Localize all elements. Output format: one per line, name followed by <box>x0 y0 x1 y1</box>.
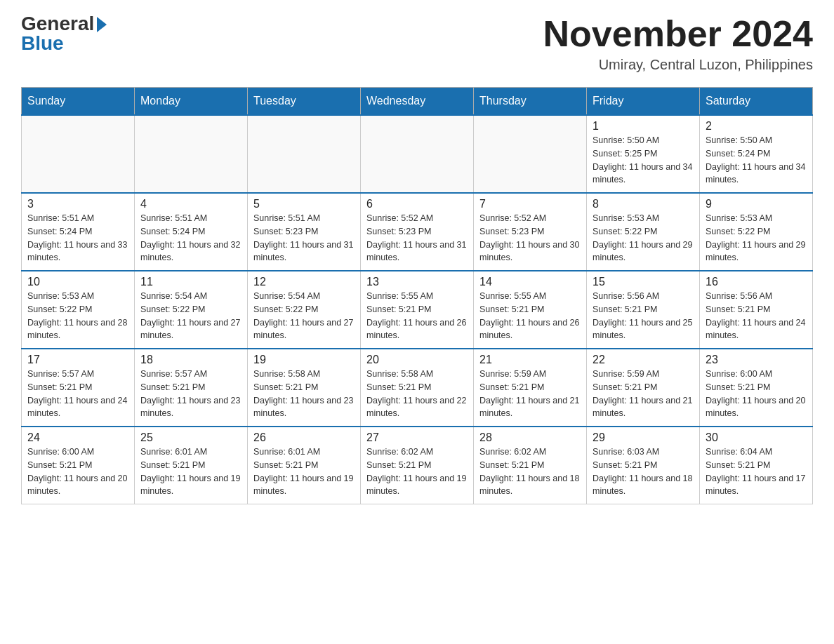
calendar-week-row: 3Sunrise: 5:51 AM Sunset: 5:24 PM Daylig… <box>22 193 813 271</box>
calendar-cell: 18Sunrise: 5:57 AM Sunset: 5:21 PM Dayli… <box>135 349 248 427</box>
calendar-cell: 25Sunrise: 6:01 AM Sunset: 5:21 PM Dayli… <box>135 427 248 504</box>
calendar-cell: 9Sunrise: 5:53 AM Sunset: 5:22 PM Daylig… <box>700 193 813 271</box>
day-info: Sunrise: 5:50 AM Sunset: 5:25 PM Dayligh… <box>593 134 694 187</box>
weekday-header-tuesday: Tuesday <box>248 88 361 116</box>
logo-general-text: General <box>21 14 94 34</box>
day-number: 25 <box>140 431 241 444</box>
calendar-cell: 24Sunrise: 6:00 AM Sunset: 5:21 PM Dayli… <box>22 427 135 504</box>
calendar-week-row: 1Sunrise: 5:50 AM Sunset: 5:25 PM Daylig… <box>22 115 813 193</box>
calendar-cell <box>248 115 361 193</box>
day-number: 15 <box>593 276 694 288</box>
calendar-cell: 10Sunrise: 5:53 AM Sunset: 5:22 PM Dayli… <box>22 271 135 349</box>
day-number: 8 <box>593 198 694 210</box>
day-number: 28 <box>479 431 581 444</box>
day-info: Sunrise: 5:55 AM Sunset: 5:21 PM Dayligh… <box>479 290 581 342</box>
calendar-cell: 16Sunrise: 5:56 AM Sunset: 5:21 PM Dayli… <box>700 271 813 349</box>
calendar-cell: 26Sunrise: 6:01 AM Sunset: 5:21 PM Dayli… <box>248 427 361 504</box>
day-info: Sunrise: 5:56 AM Sunset: 5:21 PM Dayligh… <box>706 290 807 342</box>
calendar-cell: 30Sunrise: 6:04 AM Sunset: 5:21 PM Dayli… <box>700 427 813 504</box>
calendar-cell: 2Sunrise: 5:50 AM Sunset: 5:24 PM Daylig… <box>700 115 813 193</box>
calendar-cell: 6Sunrise: 5:52 AM Sunset: 5:23 PM Daylig… <box>361 193 474 271</box>
calendar-week-row: 17Sunrise: 5:57 AM Sunset: 5:21 PM Dayli… <box>22 349 813 427</box>
calendar-cell <box>361 115 474 193</box>
day-info: Sunrise: 5:50 AM Sunset: 5:24 PM Dayligh… <box>706 134 807 187</box>
day-number: 27 <box>366 431 468 444</box>
day-number: 22 <box>593 354 694 366</box>
calendar-cell: 1Sunrise: 5:50 AM Sunset: 5:25 PM Daylig… <box>587 115 700 193</box>
day-number: 9 <box>706 198 807 210</box>
calendar-cell: 23Sunrise: 6:00 AM Sunset: 5:21 PM Dayli… <box>700 349 813 427</box>
day-info: Sunrise: 6:04 AM Sunset: 5:21 PM Dayligh… <box>706 445 807 498</box>
day-info: Sunrise: 5:51 AM Sunset: 5:23 PM Dayligh… <box>253 212 355 264</box>
calendar-cell: 3Sunrise: 5:51 AM Sunset: 5:24 PM Daylig… <box>22 193 135 271</box>
calendar-cell: 7Sunrise: 5:52 AM Sunset: 5:23 PM Daylig… <box>474 193 587 271</box>
day-number: 4 <box>140 198 241 210</box>
day-info: Sunrise: 6:01 AM Sunset: 5:21 PM Dayligh… <box>140 445 241 498</box>
calendar-cell: 5Sunrise: 5:51 AM Sunset: 5:23 PM Daylig… <box>248 193 361 271</box>
day-info: Sunrise: 6:00 AM Sunset: 5:21 PM Dayligh… <box>27 445 128 498</box>
day-number: 20 <box>366 354 468 366</box>
day-number: 24 <box>27 431 128 444</box>
day-info: Sunrise: 6:00 AM Sunset: 5:21 PM Dayligh… <box>706 368 807 420</box>
day-info: Sunrise: 5:54 AM Sunset: 5:22 PM Dayligh… <box>140 290 241 342</box>
day-number: 3 <box>27 198 128 210</box>
location-text: Umiray, Central Luzon, Philippines <box>543 57 813 73</box>
day-number: 2 <box>706 120 807 133</box>
page-header: General Blue November 2024 Umiray, Centr… <box>21 14 813 73</box>
calendar-cell: 8Sunrise: 5:53 AM Sunset: 5:22 PM Daylig… <box>587 193 700 271</box>
calendar-cell <box>135 115 248 193</box>
day-info: Sunrise: 5:59 AM Sunset: 5:21 PM Dayligh… <box>479 368 581 420</box>
calendar-cell <box>474 115 587 193</box>
day-number: 17 <box>27 354 128 366</box>
day-info: Sunrise: 5:57 AM Sunset: 5:21 PM Dayligh… <box>27 368 128 420</box>
day-number: 14 <box>479 276 581 288</box>
calendar-cell: 17Sunrise: 5:57 AM Sunset: 5:21 PM Dayli… <box>22 349 135 427</box>
calendar-cell: 27Sunrise: 6:02 AM Sunset: 5:21 PM Dayli… <box>361 427 474 504</box>
day-info: Sunrise: 5:58 AM Sunset: 5:21 PM Dayligh… <box>253 368 355 420</box>
calendar-cell <box>22 115 135 193</box>
day-info: Sunrise: 5:51 AM Sunset: 5:24 PM Dayligh… <box>27 212 128 264</box>
day-info: Sunrise: 5:53 AM Sunset: 5:22 PM Dayligh… <box>706 212 807 264</box>
day-info: Sunrise: 6:03 AM Sunset: 5:21 PM Dayligh… <box>593 445 694 498</box>
day-number: 12 <box>253 276 355 288</box>
day-number: 19 <box>253 354 355 366</box>
weekday-header-monday: Monday <box>135 88 248 116</box>
weekday-header-thursday: Thursday <box>474 88 587 116</box>
calendar-cell: 15Sunrise: 5:56 AM Sunset: 5:21 PM Dayli… <box>587 271 700 349</box>
day-info: Sunrise: 5:52 AM Sunset: 5:23 PM Dayligh… <box>479 212 581 264</box>
day-number: 1 <box>593 120 694 133</box>
logo: General Blue <box>21 14 107 53</box>
weekday-header-wednesday: Wednesday <box>361 88 474 116</box>
calendar-cell: 29Sunrise: 6:03 AM Sunset: 5:21 PM Dayli… <box>587 427 700 504</box>
day-number: 6 <box>366 198 468 210</box>
day-info: Sunrise: 5:57 AM Sunset: 5:21 PM Dayligh… <box>140 368 241 420</box>
day-number: 29 <box>593 431 694 444</box>
calendar-cell: 4Sunrise: 5:51 AM Sunset: 5:24 PM Daylig… <box>135 193 248 271</box>
day-number: 23 <box>706 354 807 366</box>
day-number: 13 <box>366 276 468 288</box>
logo-blue-text: Blue <box>21 34 64 53</box>
weekday-header-friday: Friday <box>587 88 700 116</box>
calendar-cell: 13Sunrise: 5:55 AM Sunset: 5:21 PM Dayli… <box>361 271 474 349</box>
calendar-header-row: SundayMondayTuesdayWednesdayThursdayFrid… <box>22 88 813 116</box>
calendar-table: SundayMondayTuesdayWednesdayThursdayFrid… <box>21 87 813 504</box>
day-number: 7 <box>479 198 581 210</box>
day-info: Sunrise: 5:55 AM Sunset: 5:21 PM Dayligh… <box>366 290 468 342</box>
day-number: 21 <box>479 354 581 366</box>
day-info: Sunrise: 5:53 AM Sunset: 5:22 PM Dayligh… <box>27 290 128 342</box>
calendar-cell: 19Sunrise: 5:58 AM Sunset: 5:21 PM Dayli… <box>248 349 361 427</box>
calendar-week-row: 24Sunrise: 6:00 AM Sunset: 5:21 PM Dayli… <box>22 427 813 504</box>
day-info: Sunrise: 5:53 AM Sunset: 5:22 PM Dayligh… <box>593 212 694 264</box>
day-number: 30 <box>706 431 807 444</box>
day-number: 11 <box>140 276 241 288</box>
day-info: Sunrise: 5:56 AM Sunset: 5:21 PM Dayligh… <box>593 290 694 342</box>
day-number: 16 <box>706 276 807 288</box>
weekday-header-sunday: Sunday <box>22 88 135 116</box>
logo-arrow-icon <box>97 17 107 32</box>
day-info: Sunrise: 6:02 AM Sunset: 5:21 PM Dayligh… <box>479 445 581 498</box>
day-number: 5 <box>253 198 355 210</box>
day-number: 10 <box>27 276 128 288</box>
day-number: 18 <box>140 354 241 366</box>
day-number: 26 <box>253 431 355 444</box>
title-block: November 2024 Umiray, Central Luzon, Phi… <box>543 14 813 73</box>
